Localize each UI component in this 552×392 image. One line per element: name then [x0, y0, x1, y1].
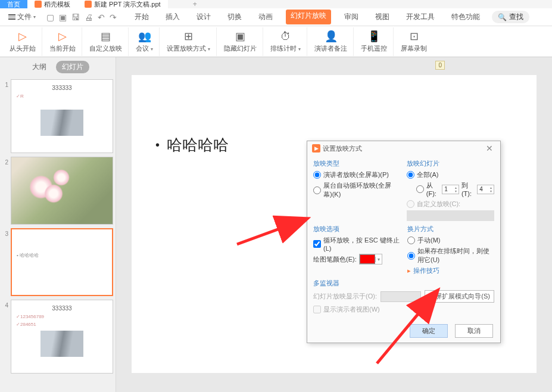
sidebar-tab-outline[interactable]: 大纲: [26, 61, 52, 73]
pen-color-row: 绘图笔颜色(E): ▾: [313, 254, 400, 265]
print-icon[interactable]: 🖨: [85, 13, 93, 22]
slide-number: 1: [2, 79, 8, 153]
hide-slide-icon: ▣: [235, 30, 245, 43]
add-tab-button[interactable]: +: [186, 0, 204, 8]
slide-item-2[interactable]: 2: [2, 157, 113, 225]
slides-sidebar: 大纲 幻灯片 1 333333 ✓R 2: [0, 57, 116, 392]
dialog-titlebar[interactable]: ▶ 设置放映方式 ✕: [307, 141, 500, 155]
chevron-down-icon: ▾: [33, 14, 36, 20]
radio-all-slides[interactable]: 全部(A): [407, 170, 494, 179]
redo-icon[interactable]: ↷: [110, 13, 117, 22]
slide-number: 2: [2, 157, 8, 225]
tips-link[interactable]: ▸操作技巧: [407, 266, 494, 275]
monitor-display-label: 幻灯片放映显示于(O):: [313, 292, 377, 301]
menu-slideshow[interactable]: 幻灯片放映: [286, 10, 331, 24]
cancel-button[interactable]: 取消: [455, 324, 493, 338]
dual-screen-wizard-button[interactable]: 双屏扩展模式向导(S): [425, 290, 494, 303]
menu-special[interactable]: 特色功能: [448, 10, 484, 24]
slide-number: 4: [2, 300, 8, 374]
ribbon-rehearse[interactable]: ⏱ 排练计时 ▾: [264, 27, 307, 56]
slide-number: 3: [2, 228, 8, 296]
slide-thumbnail[interactable]: 333333 ✓R: [11, 79, 113, 153]
radio-range[interactable]: [416, 185, 424, 193]
ribbon-setup[interactable]: ⊞ 设置放映方式 ▾: [161, 27, 217, 56]
section-title: 换片方式: [407, 225, 494, 234]
checkbox-presenter-view: 显示演示者视图(W): [313, 305, 494, 314]
menu-transition[interactable]: 切换: [224, 10, 245, 24]
main-toolbar: 文件 ▾ ▢ ▣ 🖫 🖨 ↶ ↷ 开始 插入 设计 切换 动画 幻灯片放映 审阅…: [0, 8, 552, 26]
menu-design[interactable]: 设计: [193, 10, 214, 24]
play-from-current-icon: ▷: [58, 30, 67, 43]
presenter-icon: 👤: [325, 30, 338, 43]
slide-item-4[interactable]: 4 333333 ✓123456789 ✓284651: [2, 300, 113, 374]
menu-animation[interactable]: 动画: [255, 10, 276, 24]
sidebar-tab-slides[interactable]: 幻灯片: [56, 61, 89, 73]
menu-start[interactable]: 开始: [131, 10, 152, 24]
clock-icon: ⏱: [280, 30, 291, 43]
open-icon[interactable]: ▣: [59, 13, 67, 22]
ribbon-presenter[interactable]: 👤 演讲者备注: [308, 27, 354, 56]
play-from-start-icon: ▷: [18, 30, 27, 43]
custom-show-icon: ▤: [101, 30, 111, 43]
ribbon-from-start[interactable]: ▷ 从头开始: [4, 27, 42, 56]
advance-section: 换片方式 手动(M) 如果存在排练时间，则使用它(U) ▸操作技巧: [407, 225, 494, 275]
quick-access-bar: ▢ ▣ 🖫 🖨 ↶ ↷: [42, 13, 121, 22]
pen-color-picker[interactable]: ▾: [359, 254, 382, 265]
ribbon-slideshow: ▷ 从头开始 ▷ 当前开始 ▤ 自定义放映 👥 会议 ▾ ⊞ 设置放映方式 ▾ …: [0, 26, 552, 57]
record-icon: ⊡: [410, 30, 419, 43]
show-options-section: 放映选项 循环放映，按 ESC 键终止(L) 绘图笔颜色(E): ▾: [313, 225, 400, 275]
tab-document[interactable]: 新建 PPT 演示文稿.ppt: [77, 0, 168, 8]
dialog-buttons: 确定 取消: [307, 319, 500, 343]
file-menu[interactable]: 文件 ▾: [4, 11, 40, 23]
section-title: 多监视器: [313, 279, 494, 288]
ribbon-phone[interactable]: 📱 手机遥控: [355, 27, 394, 56]
menu-insert[interactable]: 插入: [162, 10, 183, 24]
ribbon-record[interactable]: ⊡ 屏幕录制: [395, 27, 433, 56]
tab-template[interactable]: 稻壳模板: [27, 0, 77, 8]
ribbon-from-current[interactable]: ▷ 当前开始: [43, 27, 82, 56]
new-icon[interactable]: ▢: [46, 13, 54, 22]
radio-manual[interactable]: 手动(M): [407, 236, 494, 245]
radio-presenter[interactable]: 演讲者放映(全屏幕)(P): [313, 170, 400, 179]
monitor-select: [381, 291, 421, 302]
ribbon-custom[interactable]: ▤ 自定义放映: [83, 27, 129, 56]
slide-item-3[interactable]: 3 • 哈哈哈哈: [2, 228, 113, 296]
ribbon-meeting[interactable]: 👥 会议 ▾: [130, 27, 160, 56]
slide-thumbnail[interactable]: 333333 ✓123456789 ✓284651: [11, 300, 113, 374]
section-title: 放映选项: [313, 225, 400, 234]
ok-button[interactable]: 确定: [410, 324, 448, 338]
play-tip-icon: ▸: [407, 267, 411, 275]
menu-dev[interactable]: 开发工具: [403, 10, 438, 24]
menu-review[interactable]: 审阅: [341, 10, 362, 24]
setup-slideshow-dialog: ▶ 设置放映方式 ✕ 放映类型 演讲者放映(全屏幕)(P) 展台自动循环放映(全…: [307, 141, 501, 343]
search-label: 查找: [509, 12, 523, 22]
chevron-down-icon: ▾: [375, 257, 382, 262]
to-spinner[interactable]: 4▴▾: [477, 185, 494, 194]
undo-icon[interactable]: ↶: [98, 13, 105, 22]
radio-kiosk[interactable]: 展台自动循环放映(全屏幕)(K): [313, 181, 400, 199]
menu-tabs: 开始 插入 设计 切换 动画 幻灯片放映 审阅 视图 开发工具 特色功能: [131, 10, 484, 24]
ribbon-hide[interactable]: ▣ 隐藏幻灯片: [218, 27, 263, 56]
radio-use-timing[interactable]: 如果存在排练时间，则使用它(U): [407, 247, 494, 265]
slide-item-1[interactable]: 1 333333 ✓R: [2, 79, 113, 153]
tab-home[interactable]: 首页: [0, 0, 27, 8]
save-icon[interactable]: 🖫: [71, 13, 80, 22]
close-icon[interactable]: ✕: [484, 144, 495, 153]
checkbox-loop[interactable]: 循环放映，按 ESC 键终止(L): [313, 236, 400, 252]
menu-view[interactable]: 视图: [372, 10, 393, 24]
dialog-body: 放映类型 演讲者放映(全屏幕)(P) 展台自动循环放映(全屏幕)(K) 放映幻灯…: [307, 155, 500, 319]
radio-custom-show: 自定义放映(C):: [407, 200, 494, 209]
color-swatch: [360, 254, 375, 264]
slides-range-row: 从(F): 1▴▾ 到(T): 4▴▾: [407, 181, 494, 197]
slide-thumbnail[interactable]: • 哈哈哈哈: [11, 228, 113, 296]
slide-text-content[interactable]: 哈哈哈哈: [155, 135, 229, 155]
show-type-section: 放映类型 演讲者放映(全屏幕)(P) 展台自动循环放映(全屏幕)(K): [313, 159, 400, 221]
from-spinner[interactable]: 1▴▾: [442, 185, 459, 194]
search-box[interactable]: 🔍 查找: [492, 11, 529, 23]
slides-list[interactable]: 1 333333 ✓R 2 3: [0, 77, 116, 392]
ppt-file-icon: [85, 1, 92, 8]
dialog-app-icon: ▶: [312, 144, 320, 153]
docer-icon: [35, 1, 42, 8]
slide-thumbnail[interactable]: [11, 157, 113, 225]
phone-icon: 📱: [367, 30, 381, 43]
